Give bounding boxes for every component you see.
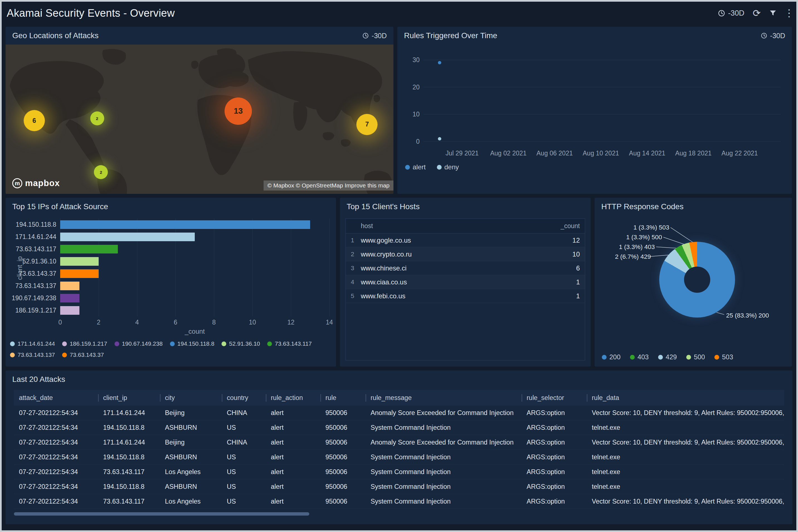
- legend-item[interactable]: 194.150.118.8: [170, 340, 215, 347]
- legend-item[interactable]: 190.67.149.238: [114, 340, 163, 347]
- rules-chart[interactable]: 0102030Jul 29 2021Aug 02 2021Aug 06 2021…: [404, 48, 785, 160]
- donut-chart-area: 25 (83.3%) 2002 (6.7%) 4291 (3.3%) 4031 …: [595, 215, 792, 366]
- table-row[interactable]: 1www.gogle.co.us12: [346, 233, 585, 247]
- bar[interactable]: [60, 257, 99, 266]
- table-row[interactable]: 4www.ciaa.co.us1: [346, 275, 585, 289]
- bar[interactable]: [60, 220, 310, 229]
- table-cell: 07-27-202122:54:34: [14, 468, 98, 476]
- legend-dot: [62, 341, 67, 346]
- bar[interactable]: [60, 282, 79, 290]
- table-cell: ASHBURN: [160, 483, 222, 491]
- table-row[interactable]: 07-27-202122:54:34171.14.61.244BeijingCH…: [14, 435, 784, 450]
- table-row[interactable]: 07-27-202122:54:34171.14.61.244BeijingCH…: [14, 405, 784, 420]
- column-header[interactable]: rule_data: [587, 394, 784, 402]
- table-row[interactable]: 07-27-202122:54:34194.150.118.8ASHBURNUS…: [14, 450, 784, 464]
- horizontal-scrollbar[interactable]: [14, 512, 784, 516]
- table-cell: ARGS:option: [522, 468, 587, 476]
- panel-time-range[interactable]: -30D: [761, 32, 785, 40]
- table-cell: ARGS:option: [522, 424, 587, 432]
- map-attribution[interactable]: © Mapbox © OpenStreetMap Improve this ma…: [264, 180, 393, 191]
- codes-legend: 200403429500503: [602, 353, 733, 361]
- map-bubble[interactable]: 2: [90, 111, 104, 125]
- column-header[interactable]: attack_date: [14, 394, 98, 402]
- table-row[interactable]: 2www.crypto.co.ru10: [346, 247, 585, 261]
- legend-item[interactable]: 429: [658, 353, 677, 361]
- column-header-host[interactable]: host: [351, 222, 560, 230]
- column-header[interactable]: rule: [320, 394, 366, 402]
- table-cell: 07-27-202122:54:34: [14, 453, 98, 461]
- legend-item[interactable]: 403: [630, 353, 649, 361]
- donut-callout: 1 (3.3%) 503: [633, 224, 669, 231]
- filter-icon[interactable]: [769, 9, 777, 17]
- bar[interactable]: [60, 294, 79, 303]
- map-bubble[interactable]: 13: [225, 97, 252, 125]
- table-cell: 950006: [320, 424, 366, 432]
- refresh-icon[interactable]: ⟳: [753, 8, 761, 18]
- map-bubble[interactable]: 2: [94, 165, 108, 179]
- svg-text:10: 10: [412, 111, 420, 118]
- legend-label: 171.14.61.244: [18, 340, 55, 347]
- bar-row: 186.159.1.217: [60, 304, 329, 317]
- bar-category-label: 186.159.1.217: [7, 307, 56, 314]
- donut-chart[interactable]: [659, 242, 735, 318]
- bar-category-label: 73.63.143.117: [7, 245, 56, 253]
- mapbox-logo-text: mapbox: [25, 178, 60, 188]
- column-header-count[interactable]: _count: [560, 222, 580, 230]
- table-row[interactable]: 07-27-202122:54:3473.63.143.117Los Angel…: [14, 494, 784, 509]
- map-bubble[interactable]: 7: [356, 114, 377, 135]
- column-header[interactable]: rule_action: [266, 394, 320, 402]
- table-row[interactable]: 3www.chinese.ci6: [346, 261, 585, 275]
- legend-label: 52.91.36.10: [229, 340, 260, 347]
- table-cell: US: [222, 498, 266, 505]
- column-header[interactable]: rule_selector: [522, 394, 587, 402]
- map-bubble[interactable]: 6: [24, 110, 45, 131]
- legend-item[interactable]: 500: [686, 353, 705, 361]
- kebab-menu-icon[interactable]: ⋮: [784, 8, 794, 18]
- panel-time-range[interactable]: -30D: [362, 32, 387, 40]
- legend-item[interactable]: 73.63.143.37: [62, 352, 104, 358]
- table-cell: US: [222, 468, 266, 476]
- legend-item[interactable]: deny: [437, 163, 459, 171]
- legend-item[interactable]: 52.91.36.10: [222, 340, 260, 347]
- legend-item[interactable]: 73.63.143.137: [10, 352, 55, 358]
- table-cell: alert: [266, 468, 320, 476]
- column-header[interactable]: client_ip: [98, 394, 160, 402]
- bar-row: 194.150.118.8: [60, 218, 329, 231]
- table-row[interactable]: 07-27-202122:54:34194.150.118.8ASHBURNUS…: [14, 479, 784, 494]
- table-cell: Anomaly Score Exceeded for Command Injec…: [366, 409, 522, 417]
- bar-row: 73.63.143.37: [60, 267, 329, 280]
- panel-title: Last 20 Attacks: [12, 375, 65, 384]
- table-row[interactable]: 07-27-202122:54:34194.150.118.8ASHBURNUS…: [14, 420, 784, 435]
- attacks-header-row: attack_dateclient_ipcitycountryrule_acti…: [14, 390, 784, 405]
- page-title: Akamai Security Events - Overview: [7, 7, 175, 19]
- legend-label: 73.63.143.137: [18, 352, 55, 358]
- column-header[interactable]: city: [160, 394, 222, 402]
- legend-item[interactable]: 73.63.143.117: [267, 340, 312, 347]
- bar[interactable]: [60, 269, 99, 278]
- mapbox-logo[interactable]: m mapbox: [12, 178, 60, 188]
- table-cell: CHINA: [222, 439, 266, 446]
- dashboard-row-1: Geo Locations of Attacks -30D: [5, 27, 793, 194]
- legend-dot: [405, 165, 410, 170]
- geo-map[interactable]: m mapbox © Mapbox © OpenStreetMap Improv…: [5, 44, 393, 194]
- table-row[interactable]: 5www.febi.co.us1: [346, 289, 585, 303]
- table-row[interactable]: 07-27-202122:54:3473.63.143.117Los Angel…: [14, 464, 784, 479]
- legend-item[interactable]: alert: [405, 163, 426, 171]
- table-cell: 950006: [320, 453, 366, 461]
- legend-item[interactable]: 200: [602, 353, 620, 361]
- legend-label: 200: [609, 353, 620, 361]
- bar-category-label: 171.14.61.244: [7, 233, 56, 241]
- column-header[interactable]: country: [222, 394, 266, 402]
- table-cell: System Command Injection: [366, 468, 522, 476]
- legend-item[interactable]: 503: [715, 353, 733, 361]
- time-range-control[interactable]: -30D: [718, 9, 744, 18]
- legend-label: 403: [637, 353, 649, 361]
- legend-item[interactable]: 171.14.61.244: [10, 340, 55, 347]
- column-header[interactable]: rule_message: [366, 394, 522, 402]
- legend-item[interactable]: 186.159.1.217: [62, 340, 107, 347]
- bar[interactable]: [60, 245, 118, 253]
- bar[interactable]: [60, 232, 195, 241]
- scrollbar-thumb[interactable]: [14, 512, 309, 516]
- panel-header: Geo Locations of Attacks -30D: [5, 27, 393, 44]
- bar[interactable]: [60, 306, 79, 315]
